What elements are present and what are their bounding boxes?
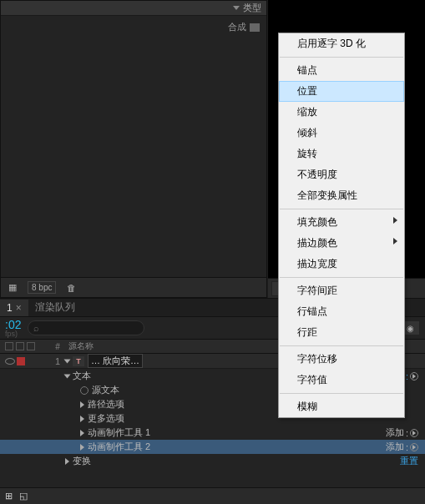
add-menu-icon	[410, 443, 418, 451]
index-column: #	[50, 342, 65, 351]
close-icon[interactable]: ×	[16, 302, 22, 314]
source-name-column[interactable]: 源名称	[65, 340, 300, 352]
menu-fill-color[interactable]: 填充颜色	[279, 212, 404, 233]
animator-2-row[interactable]: 动画制作工具 2 添加:	[0, 440, 425, 454]
project-items[interactable]: 合成	[1, 16, 266, 266]
submenu-arrow-icon	[393, 238, 397, 244]
menu-stroke-color[interactable]: 描边颜色	[279, 233, 404, 254]
menu-blur[interactable]: 模糊	[279, 396, 404, 417]
twirl-icon[interactable]	[80, 444, 84, 451]
layer-name-cell[interactable]: T … 欣向荣…	[65, 354, 300, 368]
add-button[interactable]: 添加:	[386, 441, 418, 453]
label-color[interactable]	[17, 357, 25, 365]
twirl-icon[interactable]	[64, 359, 71, 363]
menu-all-transform[interactable]: 全部变换属性	[279, 185, 404, 206]
menu-tracking[interactable]: 字符间距	[279, 280, 404, 301]
menu-opacity[interactable]: 不透明度	[279, 164, 404, 185]
menu-char-offset[interactable]: 字符位移	[279, 349, 404, 370]
menu-separator	[280, 393, 403, 394]
toggle-modes-icon[interactable]: ◱	[19, 491, 28, 501]
menu-line-spacing[interactable]: 行距	[279, 322, 404, 343]
menu-skew[interactable]: 倾斜	[279, 123, 404, 144]
add-button[interactable]: 添加:	[386, 426, 418, 439]
tab-label: 1	[7, 302, 13, 314]
menu-separator	[280, 57, 403, 58]
project-footer: ▦ 8 bpc 🗑	[1, 277, 266, 297]
eye-header-icon[interactable]	[5, 342, 13, 350]
transform-label: 变换	[73, 455, 91, 467]
solo-header-icon[interactable]	[16, 342, 24, 350]
timecode-display[interactable]: :02 fps)	[5, 318, 21, 338]
transform-row[interactable]: 变换 重置	[0, 454, 425, 468]
source-text-label: 源文本	[92, 384, 119, 396]
trash-icon[interactable]: 🗑	[64, 281, 78, 295]
animator-1-label: 动画制作工具 1	[88, 426, 150, 439]
more-options-label: 更多选项	[88, 412, 124, 425]
toggle-switches-icon[interactable]: ⊞	[5, 491, 13, 501]
add-menu-icon	[410, 429, 418, 437]
layer-name[interactable]: … 欣向荣…	[88, 354, 143, 368]
reset-button[interactable]: 重置	[400, 455, 418, 467]
stopwatch-icon[interactable]	[80, 386, 89, 395]
type-column-label[interactable]: 类型	[243, 2, 261, 14]
twirl-icon[interactable]	[80, 401, 84, 408]
project-panel: 类型 合成 ▦ 8 bpc 🗑	[0, 0, 267, 298]
bpc-button[interactable]: 8 bpc	[28, 281, 56, 294]
visibility-toggle[interactable]	[5, 358, 15, 365]
twirl-icon[interactable]	[80, 430, 84, 436]
twirl-icon[interactable]	[65, 458, 69, 465]
interpret-icon[interactable]: ▦	[6, 281, 19, 295]
menu-enable-3d[interactable]: 启用逐字 3D 化	[279, 33, 404, 54]
twirl-icon[interactable]	[80, 416, 84, 422]
project-item-row[interactable]: 合成	[8, 19, 260, 35]
path-options-label: 路径选项	[88, 398, 124, 411]
menu-char-value[interactable]: 字符值	[279, 370, 404, 391]
submenu-arrow-icon	[393, 217, 397, 224]
animate-menu-icon	[410, 372, 418, 381]
menu-scale[interactable]: 缩放	[279, 102, 404, 123]
layer-av	[0, 357, 50, 365]
search-icon: ⌕	[33, 323, 39, 333]
menu-separator	[280, 277, 403, 278]
layer-index: 1	[50, 356, 65, 366]
text-group-label: 文本	[73, 370, 91, 382]
menu-rotation[interactable]: 旋转	[279, 144, 404, 164]
animate-context-menu: 启用逐字 3D 化 锚点 位置 缩放 倾斜 旋转 不透明度 全部变换属性 填充颜…	[278, 33, 405, 418]
av-columns	[0, 342, 50, 350]
menu-separator	[280, 345, 403, 346]
lock-header-icon[interactable]	[27, 342, 35, 350]
timeline-footer: ⊞ ◱	[0, 487, 425, 504]
menu-line-anchor[interactable]: 行锚点	[279, 301, 404, 322]
twirl-icon[interactable]	[64, 374, 71, 378]
composition-icon	[250, 23, 260, 32]
menu-separator	[280, 209, 403, 209]
project-columns-header: 类型	[1, 1, 266, 16]
text-layer-icon: T	[73, 356, 84, 366]
menu-stroke-width[interactable]: 描边宽度	[279, 254, 404, 275]
item-type-label: 合成	[228, 21, 246, 33]
menu-anchor[interactable]: 锚点	[279, 60, 404, 81]
tab-comp-1[interactable]: 1 ×	[0, 300, 28, 316]
animator-2-label: 动画制作工具 2	[88, 441, 150, 453]
tab-render-queue[interactable]: 渲染队列	[28, 298, 82, 317]
menu-position[interactable]: 位置	[279, 81, 404, 102]
search-input[interactable]: ⌕	[28, 320, 144, 335]
sort-icon[interactable]	[233, 6, 240, 10]
animator-1-row[interactable]: 动画制作工具 1 添加:	[0, 426, 425, 440]
